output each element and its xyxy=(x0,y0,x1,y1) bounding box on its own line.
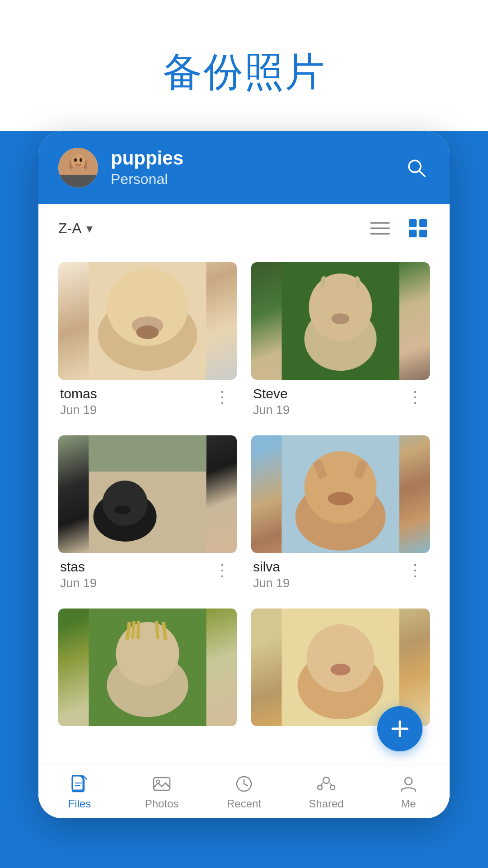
svg-point-35 xyxy=(115,505,131,514)
photo-name: Steve xyxy=(253,386,290,401)
svg-point-3 xyxy=(74,158,77,162)
photo-meta: Steve Jun 19 xyxy=(253,386,290,417)
nav-item-photos[interactable]: Photos xyxy=(135,773,189,810)
svg-point-55 xyxy=(307,624,375,692)
svg-point-28 xyxy=(332,313,350,324)
photo-name: tomas xyxy=(60,386,97,401)
svg-rect-14 xyxy=(409,230,417,237)
svg-point-32 xyxy=(103,481,148,526)
svg-point-4 xyxy=(80,158,82,162)
svg-point-70 xyxy=(323,777,329,783)
view-toggle xyxy=(368,217,430,240)
photo-info: silva Jun 19 ⋮ xyxy=(251,553,430,594)
photo-name: stas xyxy=(60,559,97,575)
svg-rect-15 xyxy=(419,230,427,237)
list-view-button[interactable] xyxy=(368,217,392,240)
nav-label-files: Files xyxy=(68,797,91,810)
search-button[interactable] xyxy=(403,154,430,181)
sort-value: Z-A xyxy=(58,220,82,237)
files-icon xyxy=(69,773,90,795)
svg-point-25 xyxy=(309,274,372,341)
photo-thumbnail[interactable] xyxy=(251,262,430,380)
svg-line-49 xyxy=(133,621,134,639)
svg-rect-65 xyxy=(154,778,170,790)
photos-icon xyxy=(151,773,173,795)
list-item: Steve Jun 19 ⋮ xyxy=(251,262,430,421)
photo-thumbnail[interactable] xyxy=(58,435,237,553)
nav-item-me[interactable]: Me xyxy=(381,773,436,810)
photo-thumbnail[interactable] xyxy=(58,262,237,380)
grid-view-button[interactable] xyxy=(406,217,430,240)
svg-point-42 xyxy=(328,492,353,505)
photo-date: Jun 19 xyxy=(253,403,290,417)
list-item: silva Jun 19 ⋮ xyxy=(251,435,430,594)
svg-rect-12 xyxy=(409,219,417,227)
list-item xyxy=(58,609,237,738)
svg-point-22 xyxy=(136,326,159,339)
nav-item-recent[interactable]: Recent xyxy=(217,773,271,810)
photo-meta: silva Jun 19 xyxy=(253,559,290,590)
list-item: tomas Jun 19 ⋮ xyxy=(58,262,237,421)
app-header: puppies Personal xyxy=(38,131,450,204)
svg-point-71 xyxy=(318,785,322,790)
photo-name: silva xyxy=(253,559,290,575)
recent-icon xyxy=(233,773,255,795)
svg-line-52 xyxy=(164,622,166,640)
photo-info: tomas Jun 19 ⋮ xyxy=(58,380,237,421)
nav-label-photos: Photos xyxy=(145,797,179,810)
photo-date: Jun 19 xyxy=(253,576,290,590)
nav-label-me: Me xyxy=(401,797,416,810)
shared-icon xyxy=(315,773,337,795)
svg-rect-13 xyxy=(419,219,427,227)
me-icon xyxy=(398,773,419,795)
photo-info: stas Jun 19 ⋮ xyxy=(58,553,237,594)
svg-point-72 xyxy=(330,785,335,790)
nav-item-files[interactable]: Files xyxy=(52,773,107,810)
photo-grid: tomas Jun 19 ⋮ xyxy=(58,262,430,738)
phone-frame: puppies Personal Z-A ▾ xyxy=(38,131,450,818)
more-options-button[interactable]: ⋮ xyxy=(211,559,235,582)
svg-point-58 xyxy=(331,664,351,675)
add-button[interactable] xyxy=(377,706,422,751)
more-options-button[interactable]: ⋮ xyxy=(211,386,235,409)
photo-grid-container: tomas Jun 19 ⋮ xyxy=(38,253,450,774)
photo-date: Jun 19 xyxy=(60,576,97,590)
photo-date: Jun 19 xyxy=(60,403,97,417)
nav-label-shared: Shared xyxy=(309,797,343,810)
svg-rect-30 xyxy=(89,435,206,472)
svg-line-8 xyxy=(419,171,425,176)
album-info: puppies Personal xyxy=(111,147,390,188)
svg-line-51 xyxy=(157,621,158,639)
svg-line-50 xyxy=(138,621,139,639)
bottom-nav: Files Photos Recent xyxy=(38,764,450,818)
sort-selector[interactable]: Z-A ▾ xyxy=(58,220,93,237)
sort-arrow-icon: ▾ xyxy=(86,221,93,236)
svg-point-47 xyxy=(116,622,179,685)
nav-item-shared[interactable]: Shared xyxy=(299,773,353,810)
photo-meta: tomas Jun 19 xyxy=(60,386,97,417)
photo-thumbnail[interactable] xyxy=(58,609,237,726)
nav-label-recent: Recent xyxy=(227,797,261,810)
album-type: Personal xyxy=(111,171,390,188)
more-options-button[interactable]: ⋮ xyxy=(404,386,428,409)
page-title: 备份照片 xyxy=(0,27,488,122)
photo-meta: stas Jun 19 xyxy=(60,559,97,590)
photo-thumbnail[interactable] xyxy=(251,435,430,553)
avatar[interactable] xyxy=(58,148,98,188)
svg-point-75 xyxy=(405,778,412,785)
more-options-button[interactable]: ⋮ xyxy=(404,559,428,582)
photo-info: Steve Jun 19 ⋮ xyxy=(251,380,430,421)
sort-bar: Z-A ▾ xyxy=(38,204,450,253)
svg-rect-6 xyxy=(58,175,98,188)
svg-line-69 xyxy=(244,784,248,786)
svg-line-48 xyxy=(127,622,130,640)
list-item: stas Jun 19 ⋮ xyxy=(58,435,237,594)
album-name: puppies xyxy=(111,147,390,169)
photo-info xyxy=(58,726,237,738)
